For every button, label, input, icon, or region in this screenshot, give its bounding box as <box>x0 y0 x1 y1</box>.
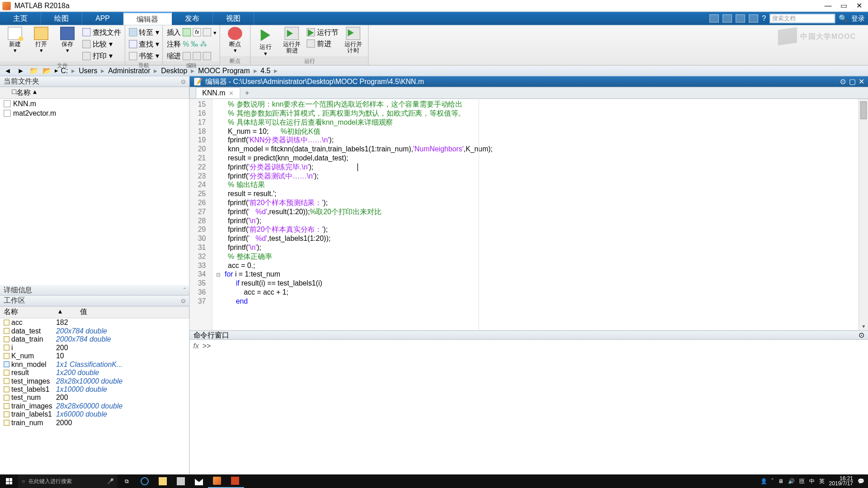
minimize-button[interactable]: — <box>824 1 832 9</box>
toolbar-icon[interactable] <box>736 14 745 23</box>
task-view-button[interactable]: ⧉ <box>118 474 136 488</box>
goto-button[interactable]: 转至 ▾ <box>129 27 159 38</box>
var-icon <box>4 353 9 359</box>
find-button[interactable]: 查找 ▾ <box>129 39 159 50</box>
powerpoint-icon[interactable] <box>226 474 244 488</box>
volume-icon[interactable]: 🔊 <box>788 478 795 484</box>
run-time-button[interactable]: 运行并 计时 <box>342 27 365 53</box>
mail-icon[interactable] <box>190 474 208 488</box>
people-icon[interactable]: 👤 <box>760 478 767 484</box>
workspace-variable[interactable]: i200 <box>0 343 189 352</box>
ribbon-tab-1[interactable]: 绘图 <box>41 12 82 25</box>
breakpoint-button[interactable]: 断点▾ <box>224 27 246 53</box>
group-label: 断点 <box>220 56 250 65</box>
mfile-icon <box>4 100 11 108</box>
dock-icon[interactable]: ⊙ <box>840 78 846 86</box>
close-button[interactable]: ✕ <box>855 1 863 9</box>
explorer-icon[interactable] <box>154 474 172 488</box>
ribbon-tab-2[interactable]: APP <box>82 12 123 25</box>
editor-tab[interactable]: KNN.m✕ <box>196 87 241 99</box>
var-icon <box>4 328 9 334</box>
new-tab-button[interactable]: + <box>240 88 254 99</box>
maximize-panel-icon[interactable]: ▢ <box>849 78 856 86</box>
store-icon[interactable] <box>172 474 190 488</box>
ribbon-tabstrip: 主页绘图APP编辑器发布视图 ? 搜索文档 🔍 登录 <box>0 12 868 25</box>
comment-button[interactable]: 注释 % ‰ ⁂ <box>167 39 217 50</box>
notifications-icon[interactable]: 💬 <box>858 478 864 484</box>
network-icon[interactable]: 🖥 <box>778 478 783 484</box>
taskbar-clock[interactable]: 16:212019/7/17 <box>829 476 853 486</box>
workspace-variable[interactable]: knn_model1x1 ClassificationK... <box>0 360 189 368</box>
start-button[interactable] <box>0 474 18 488</box>
taskbar-search[interactable]: ○在此键入进行搜索🎤 <box>18 474 118 488</box>
insert-button[interactable]: 插入 fx ▾ <box>167 27 217 38</box>
login-link[interactable]: 登录 <box>851 14 864 23</box>
close-panel-icon[interactable]: ✕ <box>859 78 864 86</box>
vertical-scrollbar[interactable]: ▲ ▼ <box>859 99 868 330</box>
panel-menu-icon[interactable]: ⊙ <box>859 331 864 339</box>
path-segment[interactable]: 4.5 <box>258 66 273 75</box>
doc-search-input[interactable]: 搜索文档 <box>769 14 835 23</box>
workspace-variable[interactable]: K_num10 <box>0 352 189 360</box>
name-column-header[interactable]: □ 名称▴ <box>0 87 189 99</box>
workspace-variable[interactable]: test_labels11x10000 double <box>0 385 189 393</box>
command-window[interactable]: fx>> <box>190 340 868 480</box>
command-window-header: 命令行窗口⊙ <box>190 330 868 340</box>
print-button[interactable]: 打印 ▾ <box>82 51 121 61</box>
run-button[interactable]: 运行▾ <box>255 27 277 56</box>
var-icon <box>4 345 9 351</box>
open-button[interactable]: 打开▾ <box>30 27 52 53</box>
save-button[interactable]: 保存▾ <box>56 27 79 53</box>
workspace-variable[interactable]: test_images28x28x10000 double <box>0 377 189 385</box>
workspace-variable[interactable]: train_images28x28x60000 double <box>0 402 189 410</box>
close-tab-icon[interactable]: ✕ <box>229 90 234 97</box>
workspace-variable[interactable]: train_labels11x60000 double <box>0 410 189 418</box>
scroll-thumb[interactable] <box>860 101 867 119</box>
workspace-variable[interactable]: acc182 <box>0 319 189 327</box>
matlab-logo-icon <box>2 1 10 9</box>
workspace-variable[interactable]: result1x200 double <box>0 369 189 377</box>
code-editor[interactable]: 15161718–19–20–21–22–23–2425–26–27–28–29… <box>190 99 868 330</box>
matlab-taskbar-icon[interactable] <box>208 474 226 488</box>
toolbar-icon[interactable] <box>709 14 719 23</box>
scroll-down-icon[interactable]: ▼ <box>859 322 868 330</box>
edge-icon[interactable] <box>136 474 154 488</box>
workspace-variable[interactable]: data_train2000x784 double <box>0 335 189 343</box>
ime-lang-icon[interactable]: 中 <box>809 478 815 485</box>
indent-button[interactable]: 缩进 <box>167 51 217 61</box>
new-button[interactable]: 新建▾ <box>4 27 26 53</box>
ribbon-tab-3[interactable]: 编辑器 <box>123 12 172 25</box>
toolbar-icon[interactable] <box>722 14 732 23</box>
mfile-icon <box>4 110 11 117</box>
ribbon-tab-0[interactable]: 主页 <box>0 12 41 25</box>
bookmark-button[interactable]: 书签 ▾ <box>129 51 159 61</box>
ime-icon[interactable]: 匝 <box>799 478 805 485</box>
workspace-variable[interactable]: train_num2000 <box>0 418 189 427</box>
var-icon <box>4 378 9 384</box>
ribbon-tab-4[interactable]: 发布 <box>172 12 213 25</box>
path-separator-icon: ▸ <box>273 66 279 75</box>
ribbon-tab-5[interactable]: 视图 <box>213 12 254 25</box>
editor-doc-icon: 📝 <box>193 78 203 86</box>
panel-menu-icon[interactable]: ⊙ <box>181 78 186 85</box>
ime-mode-icon[interactable]: 英 <box>819 478 825 485</box>
expand-icon[interactable]: ˆ <box>184 287 185 294</box>
toolbar-icon[interactable] <box>749 14 759 23</box>
mic-icon[interactable]: 🎤 <box>107 478 114 484</box>
workspace-variable[interactable]: test_num200 <box>0 394 189 402</box>
panel-menu-icon[interactable]: ⊙ <box>181 297 186 304</box>
workspace-variable[interactable]: data_test200x784 double <box>0 327 189 335</box>
compare-button[interactable]: 比较 ▾ <box>82 39 121 50</box>
tray-expand-icon[interactable]: ˆ <box>772 478 774 484</box>
findfiles-button[interactable]: 查找文件 <box>82 27 121 38</box>
advance-button[interactable]: 前进 <box>307 38 339 49</box>
details-header: 详细信息ˆ <box>0 285 189 296</box>
file-item[interactable]: KNN.m <box>0 99 189 108</box>
run-advance-button[interactable]: 运行并 前进 <box>281 27 303 53</box>
search-icon[interactable]: 🔍 <box>839 14 848 23</box>
var-icon <box>4 370 9 375</box>
maximize-button[interactable]: ▭ <box>840 1 848 9</box>
workspace-columns[interactable]: 名称▴值 <box>0 306 189 318</box>
run-section-button[interactable]: 运行节 <box>307 27 339 38</box>
file-item[interactable]: mat2vector.m <box>0 108 189 118</box>
